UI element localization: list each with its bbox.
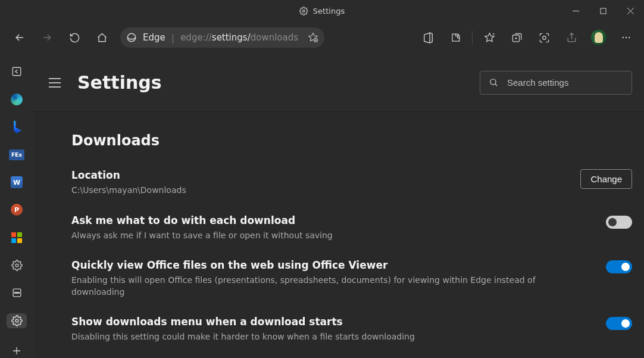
gear-icon (299, 7, 308, 15)
svg-point-15 (16, 292, 17, 294)
svg-line-23 (495, 84, 497, 86)
content-area: Settings Downloads Location C:\Users\may… (33, 54, 644, 358)
screenshot-icon[interactable] (532, 26, 556, 49)
setting-office-viewer: Quickly view Office files on the web usi… (71, 259, 632, 298)
toolbar-icons (416, 26, 638, 49)
svg-rect-2 (601, 8, 606, 14)
sidebar-history-icon[interactable] (7, 286, 27, 300)
separator: | (171, 32, 174, 43)
setting-office-viewer-title: Quickly view Office files on the web usi… (71, 259, 582, 271)
setting-office-viewer-desc: Enabling this will open Office files (pr… (71, 275, 582, 298)
settings-scroll: Downloads Location C:\Users\mayan\Downlo… (33, 112, 644, 358)
title-bar: Settings (0, 0, 644, 21)
collections-icon[interactable] (505, 26, 529, 49)
browser-toolbar: Edge | edge://settings/downloads (0, 21, 644, 54)
sidebar-tab-icon[interactable] (7, 64, 27, 79)
setting-show-menu: Show downloads menu when a download star… (71, 316, 632, 343)
svg-point-10 (626, 37, 627, 38)
profile-avatar[interactable] (587, 26, 611, 49)
setting-location: Location C:\Users\mayan\Downloads Change (71, 169, 632, 197)
window-title-group: Settings (299, 7, 345, 15)
extensions-icon[interactable] (443, 26, 467, 49)
refresh-button[interactable] (63, 26, 86, 49)
setting-location-title: Location (71, 169, 186, 181)
change-location-button[interactable]: Change (580, 169, 632, 189)
window-minimize-button[interactable] (562, 0, 589, 21)
favorites-icon[interactable] (477, 26, 501, 49)
svg-point-13 (15, 264, 18, 267)
window-close-button[interactable] (617, 0, 644, 21)
setting-ask-each: Ask me what to do with each download Alw… (71, 214, 632, 242)
settings-menu-button[interactable] (45, 73, 64, 92)
toggle-show-menu[interactable] (606, 317, 632, 330)
sidebar-add-button[interactable] (7, 344, 27, 358)
setting-ask-each-desc: Always ask me if I want to save a file o… (71, 230, 333, 242)
svg-point-11 (629, 37, 630, 38)
settings-search[interactable] (480, 71, 632, 95)
edge-icon (126, 32, 137, 43)
more-menu-button[interactable] (614, 26, 638, 49)
toggle-ask-each[interactable] (606, 216, 632, 229)
sidebar-app-word[interactable]: W (7, 175, 27, 189)
sidebar-page-settings-icon[interactable] (7, 313, 27, 328)
svg-point-0 (302, 10, 305, 12)
sidebar-app-fex[interactable]: FEx (7, 147, 27, 161)
sidebar-app-powerpoint[interactable]: P (7, 203, 27, 217)
search-icon (489, 77, 499, 88)
svg-point-9 (623, 37, 624, 38)
home-button[interactable] (90, 26, 113, 49)
url-segment-downloads: downloads (251, 32, 298, 43)
sidebar-settings-icon[interactable] (7, 258, 27, 272)
setting-location-value: C:\Users\mayan\Downloads (71, 185, 186, 197)
setting-ask-each-title: Ask me what to do with each download (71, 214, 333, 226)
section-title-downloads: Downloads (71, 132, 632, 149)
body: FEx W P Settings Downloads Location C:\U… (0, 54, 644, 358)
svg-point-8 (542, 36, 546, 39)
add-favorite-icon[interactable] (308, 32, 318, 43)
toggle-office-viewer[interactable] (606, 260, 632, 273)
identity-label: Edge (143, 32, 165, 43)
svg-rect-12 (12, 67, 21, 76)
url-text: edge://settings/downloads (180, 32, 298, 43)
svg-point-5 (127, 33, 136, 42)
forward-button[interactable] (36, 26, 58, 49)
url-segment-settings: settings/ (212, 32, 251, 43)
window-title: Settings (313, 7, 345, 15)
window-controls (562, 0, 644, 21)
settings-header: Settings (33, 54, 644, 112)
share-icon[interactable] (559, 26, 583, 49)
svg-point-17 (18, 292, 19, 294)
settings-search-input[interactable] (507, 77, 623, 88)
setting-show-menu-desc: Disabling this setting could make it har… (71, 331, 415, 343)
sidebar-app-microsoft[interactable] (7, 231, 27, 245)
vertical-sidebar: FEx W P (0, 54, 33, 358)
office-icon[interactable] (416, 26, 440, 49)
url-scheme: edge:// (180, 32, 212, 43)
sidebar-app-bing[interactable] (7, 120, 27, 134)
svg-point-18 (15, 319, 18, 322)
separator (472, 31, 473, 44)
sidebar-app-edge[interactable] (7, 92, 27, 106)
svg-point-22 (490, 79, 496, 85)
window-maximize-button[interactable] (589, 0, 617, 21)
back-button[interactable] (8, 26, 31, 49)
page-title: Settings (77, 72, 162, 93)
setting-show-menu-title: Show downloads menu when a download star… (71, 316, 415, 328)
svg-point-16 (14, 292, 15, 294)
address-bar[interactable]: Edge | edge://settings/downloads (120, 27, 324, 48)
